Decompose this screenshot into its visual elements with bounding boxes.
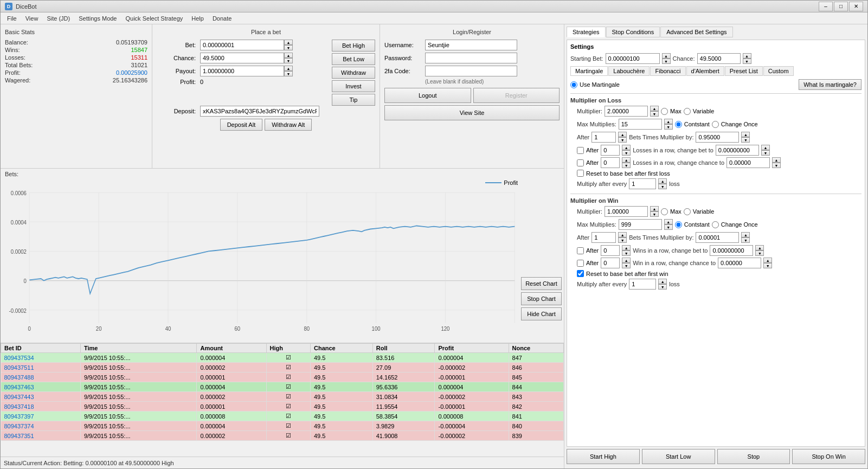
win-change-chance-checkbox[interactable] — [577, 260, 584, 267]
tip-button[interactable]: Tip — [332, 94, 375, 106]
logout-button[interactable]: Logout — [384, 88, 471, 103]
payout-spin-up[interactable]: ▲ — [284, 66, 293, 71]
stop-chart-button[interactable]: Stop Chart — [521, 292, 562, 305]
win-reset-base-checkbox[interactable] — [577, 270, 584, 277]
loss-after2-up[interactable]: ▲ — [622, 157, 631, 163]
loss-multiplier-input[interactable] — [605, 106, 648, 117]
loss-after-down[interactable]: ▼ — [618, 137, 627, 143]
bet-id-link[interactable]: 809437351 — [4, 433, 34, 439]
bet-id-link[interactable]: 809437397 — [4, 413, 34, 420]
table-container[interactable]: Bet ID Time Amount High Chance Roll Prof… — [1, 343, 564, 457]
win-constant-radio[interactable] — [675, 221, 682, 228]
sub-tab-dalembert[interactable]: d'Alembert — [686, 66, 724, 76]
loss-times-mult-input[interactable] — [696, 132, 739, 143]
win-after-down[interactable]: ▼ — [618, 237, 627, 243]
menu-donate[interactable]: Donate — [208, 14, 236, 23]
sub-tab-labouchere[interactable]: Labouchère — [608, 66, 650, 76]
menu-file[interactable]: File — [3, 14, 21, 23]
menu-quick-select[interactable]: Quick Select Strategy — [121, 14, 188, 23]
win-after2-up[interactable]: ▲ — [622, 258, 631, 263]
loss-change-chance-checkbox[interactable] — [577, 159, 584, 166]
loss-change-chance-to-input[interactable] — [726, 157, 770, 168]
loss-mult-down[interactable]: ▼ — [650, 111, 659, 117]
win-times-mult-input[interactable] — [696, 232, 739, 243]
win-mult-after-down[interactable]: ▼ — [658, 284, 667, 290]
win-after-up[interactable]: ▲ — [618, 232, 627, 237]
win-bet-to-up[interactable]: ▲ — [755, 245, 764, 250]
loss-after-up[interactable]: ▲ — [618, 132, 627, 137]
bet-id-link[interactable]: 809437418 — [4, 403, 34, 410]
loss-chance-to-down[interactable]: ▼ — [772, 163, 781, 168]
sub-tab-custom[interactable]: Custom — [763, 66, 794, 76]
win-mult-down[interactable]: ▼ — [650, 211, 659, 217]
loss-change-bet-to-input[interactable] — [716, 145, 759, 156]
loss-after2-down[interactable]: ▼ — [622, 163, 631, 168]
chance-spin-down[interactable]: ▼ — [284, 58, 293, 63]
sub-tab-martingale[interactable]: Martingale — [570, 66, 608, 76]
loss-max-radio[interactable] — [661, 108, 668, 115]
menu-view[interactable]: View — [21, 14, 43, 23]
win-after2-down[interactable]: ▼ — [622, 263, 631, 268]
menu-help[interactable]: Help — [187, 14, 208, 23]
hide-chart-button[interactable]: Hide Chart — [521, 307, 562, 320]
loss-change-once-radio[interactable] — [712, 121, 719, 128]
tab-stop-conditions[interactable]: Stop Conditions — [606, 27, 660, 37]
loss-max-mult-input[interactable] — [619, 119, 662, 130]
loss-times-down[interactable]: ▼ — [741, 137, 750, 143]
win-change-bet-to-input[interactable] — [710, 245, 753, 256]
win-mult-up[interactable]: ▲ — [650, 206, 659, 211]
win-change-once-radio[interactable] — [712, 221, 719, 228]
loss-bet-to-down[interactable]: ▼ — [761, 150, 770, 156]
sub-tab-preset-list[interactable]: Preset List — [725, 66, 763, 76]
menu-site[interactable]: Site (JD) — [42, 14, 74, 23]
loss-after1-down[interactable]: ▼ — [622, 150, 631, 156]
start-high-button[interactable]: Start High — [567, 449, 640, 464]
payout-input[interactable] — [200, 66, 284, 76]
win-times-down[interactable]: ▼ — [741, 237, 750, 243]
bet-spin-down[interactable]: ▼ — [284, 45, 293, 50]
invest-button[interactable]: Invest — [332, 80, 375, 92]
loss-mult-after-input[interactable] — [629, 178, 656, 189]
loss-mult-up[interactable]: ▲ — [650, 106, 659, 111]
deposit-alt-button[interactable]: Deposit Alt — [220, 119, 263, 131]
loss-max-mult-up[interactable]: ▲ — [664, 119, 673, 124]
win-after-wins1-input[interactable] — [601, 245, 620, 256]
win-max-mult-down[interactable]: ▼ — [664, 224, 673, 230]
bet-id-link[interactable]: 809437443 — [4, 394, 34, 400]
start-low-button[interactable]: Start Low — [642, 449, 715, 464]
bet-low-button[interactable]: Bet Low — [332, 53, 375, 65]
win-after1-up[interactable]: ▲ — [622, 245, 631, 250]
win-max-mult-up[interactable]: ▲ — [664, 219, 673, 224]
withdraw-button[interactable]: Withdraw — [332, 67, 375, 79]
chance-spin-up-right[interactable]: ▲ — [743, 53, 751, 59]
payout-spin-down[interactable]: ▼ — [284, 71, 293, 76]
deposit-input[interactable] — [200, 106, 319, 117]
bet-input[interactable] — [200, 40, 284, 50]
menu-settings-mode[interactable]: Settings Mode — [74, 14, 121, 23]
maximize-button[interactable]: □ — [834, 2, 848, 11]
twofa-input[interactable] — [425, 66, 517, 76]
stop-on-win-button[interactable]: Stop On Win — [792, 449, 865, 464]
bet-id-link[interactable]: 809437534 — [4, 355, 34, 361]
tab-advanced-bet[interactable]: Advanced Bet Settings — [660, 27, 732, 37]
chance-spin-up[interactable]: ▲ — [284, 53, 293, 58]
loss-reset-base-checkbox[interactable] — [577, 170, 584, 177]
reset-chart-button[interactable]: Reset Chart — [521, 277, 562, 290]
loss-mult-after-up[interactable]: ▲ — [658, 178, 667, 184]
loss-after1-up[interactable]: ▲ — [622, 145, 631, 150]
win-change-chance-to-input[interactable] — [718, 258, 761, 268]
username-input[interactable] — [425, 40, 517, 50]
win-after1-down[interactable]: ▼ — [622, 250, 631, 256]
tab-strategies[interactable]: Strategies — [567, 27, 606, 37]
win-max-mult-input[interactable] — [619, 219, 662, 230]
win-bet-to-down[interactable]: ▼ — [755, 250, 764, 256]
loss-bet-to-up[interactable]: ▲ — [761, 145, 770, 150]
bet-id-link[interactable]: 809437374 — [4, 423, 34, 429]
bet-high-button[interactable]: Bet High — [332, 40, 375, 52]
bet-id-link[interactable]: 809437511 — [4, 364, 34, 371]
loss-chance-to-up[interactable]: ▲ — [772, 157, 781, 163]
withdraw-alt-button[interactable]: Withdraw Alt — [265, 119, 312, 131]
win-times-up[interactable]: ▲ — [741, 232, 750, 237]
win-chance-to-down[interactable]: ▼ — [763, 263, 772, 268]
win-max-radio[interactable] — [661, 208, 668, 215]
